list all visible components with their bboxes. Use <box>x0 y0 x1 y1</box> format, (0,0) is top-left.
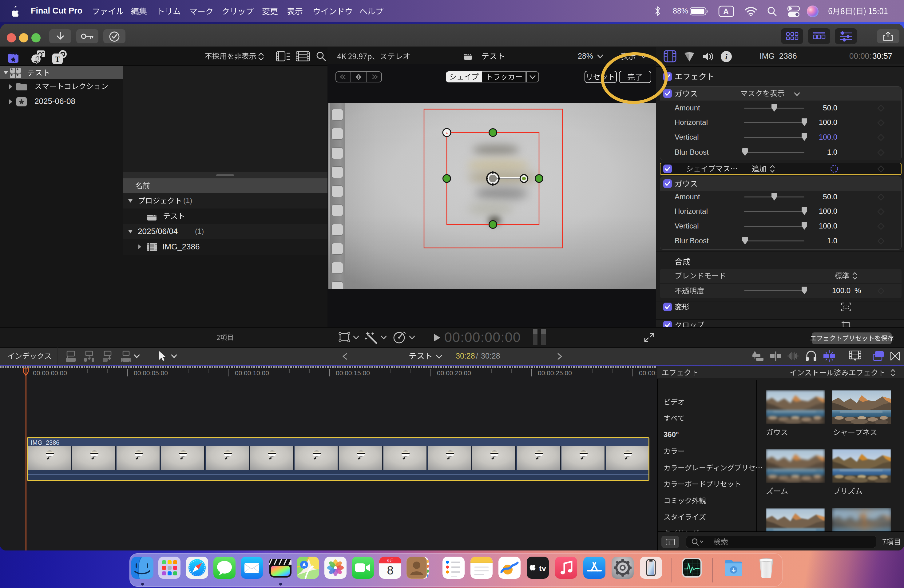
svg-text:6: 6 <box>387 558 389 563</box>
svg-text:8: 8 <box>387 564 393 577</box>
svg-text:i: i <box>725 52 727 61</box>
svg-text:A: A <box>723 7 729 16</box>
svg-text:tv: tv <box>539 564 547 573</box>
svg-text:T: T <box>55 55 60 64</box>
